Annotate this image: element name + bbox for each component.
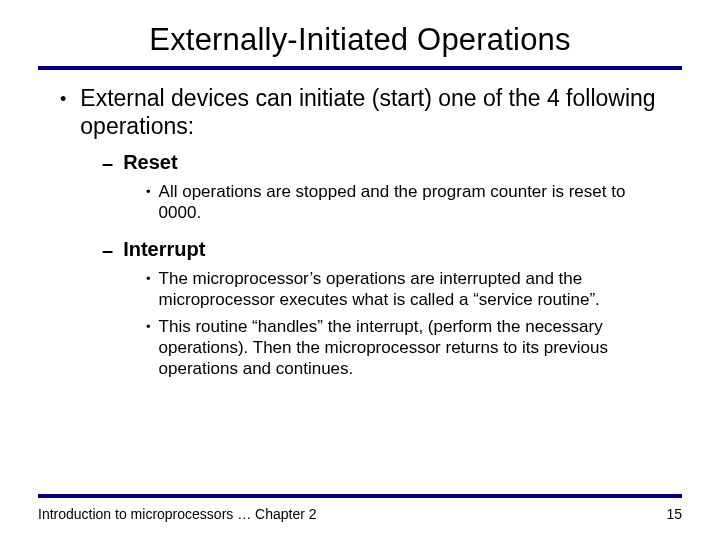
footer-left-text: Introduction to microprocessors … Chapte… [38, 506, 317, 522]
item-1-sub-1: This routine “handles” the interrupt, (p… [159, 316, 666, 379]
item-0-sub-0: All operations are stopped and the progr… [159, 181, 666, 223]
slide-title: Externally-Initiated Operations [0, 0, 720, 66]
dash-icon: – [102, 150, 113, 175]
page-number: 15 [666, 506, 682, 522]
item-0-label: Reset [123, 150, 177, 174]
title-underline [38, 66, 682, 70]
bullet-dot-icon: • [146, 181, 151, 202]
bullet-dot-icon: • [146, 316, 151, 337]
item-1-sub-0: The microprocessor’s operations are inte… [159, 268, 666, 310]
item-1-label: Interrupt [123, 237, 205, 261]
bullet-dot-icon: • [60, 84, 66, 108]
slide: Externally-Initiated Operations • Extern… [0, 0, 720, 540]
intro-text: External devices can initiate (start) on… [80, 84, 670, 140]
bullet-lvl3: • This routine “handles” the interrupt, … [146, 316, 666, 379]
dash-icon: – [102, 237, 113, 262]
bullet-lvl2: – Reset [102, 150, 670, 175]
bullet-lvl1: • External devices can initiate (start) … [60, 84, 670, 140]
bullet-dot-icon: • [146, 268, 151, 289]
bullet-lvl3: • All operations are stopped and the pro… [146, 181, 666, 223]
bullet-lvl2: – Interrupt [102, 237, 670, 262]
footer-underline [38, 494, 682, 498]
bullet-lvl3: • The microprocessor’s operations are in… [146, 268, 666, 310]
content-area: • External devices can initiate (start) … [0, 84, 720, 379]
